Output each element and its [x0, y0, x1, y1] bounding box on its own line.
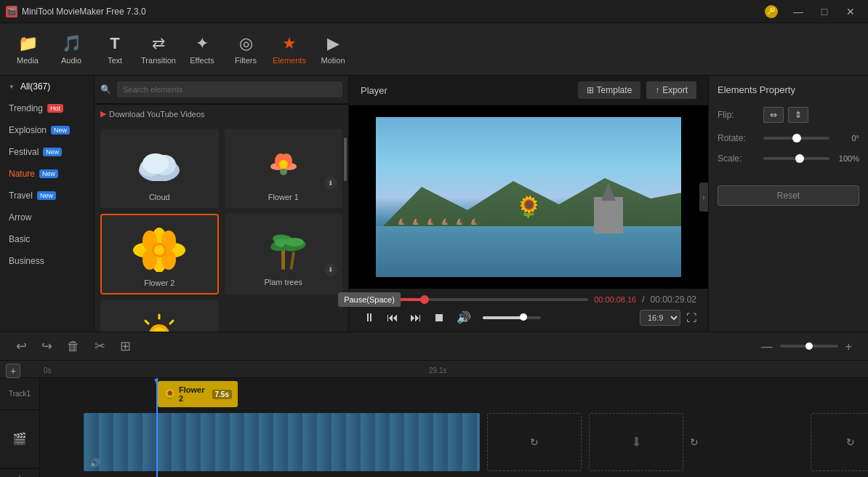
flower-overlay: 🌻: [516, 195, 542, 219]
player-controls: 00:00:08.16 / 00:00:29.02 ⏸ Pause(Space)…: [349, 289, 708, 332]
add-track-bottom-button[interactable]: +: [0, 468, 39, 477]
template-button[interactable]: ⊞ Template: [578, 81, 641, 99]
minimize-button[interactable]: —: [787, 4, 810, 19]
header-buttons: ⊞ Template ↑ Export: [578, 81, 696, 99]
toolbar-elements[interactable]: ★ Elements: [268, 28, 311, 71]
rotate-row: Rotate: 0°: [718, 133, 859, 143]
elements-search-bar: 🔍: [95, 76, 348, 104]
search-icon: 🔍: [100, 84, 111, 95]
cut-button[interactable]: ✂: [90, 335, 110, 357]
empty-slot-2[interactable]: ⬇: [589, 413, 683, 471]
skip-forward-button[interactable]: ⏭: [407, 310, 425, 326]
svg-point-10: [279, 160, 288, 169]
rotate-control: 0°: [763, 134, 859, 143]
close-button[interactable]: ✕: [839, 4, 862, 19]
rotate-label: Rotate:: [718, 133, 758, 143]
progress-fill: [361, 298, 425, 301]
zoom-controls: — +: [757, 336, 856, 357]
svg-point-3: [142, 153, 169, 174]
video-track[interactable]: 🔊: [84, 413, 480, 471]
element-card-flower1[interactable]: Flower 1 ⬇: [225, 129, 343, 208]
element-card-cloud[interactable]: Cloud: [100, 129, 219, 208]
download-youtube-button[interactable]: ▶ Download YouTube Videos: [95, 104, 348, 123]
flower1-download-icon: ⬇: [324, 177, 337, 190]
playback-controls: ⏸ Pause(Space) ⏮ ⏭ ⏹ 🔊: [361, 309, 696, 326]
audio-icon: 🎵: [62, 34, 81, 53]
volume-slider[interactable]: [483, 316, 541, 319]
flip-horizontal-button[interactable]: ⇔: [763, 107, 784, 123]
category-all[interactable]: All(367): [0, 76, 94, 97]
undo-icon: ↩: [16, 339, 27, 353]
toolbar-transition[interactable]: ⇄ Transition: [137, 28, 180, 71]
reset-button[interactable]: Reset: [718, 185, 859, 206]
progress-thumb[interactable]: [420, 295, 429, 304]
sidebar-item-travel[interactable]: Travel New: [0, 185, 94, 207]
element-clip-icon: 🌻: [164, 388, 176, 400]
track-labels: Track1 🎬 +: [0, 378, 40, 477]
time-mark-0s: 0s: [44, 366, 52, 374]
loop-icon-3: ↻: [846, 436, 855, 448]
svg-rect-22: [289, 252, 294, 270]
delete-button[interactable]: 🗑: [63, 336, 84, 357]
sidebar-item-trending[interactable]: Trending Hot: [0, 97, 94, 119]
track1-element-label: Track1: [0, 378, 39, 410]
sidebar-item-explosion[interactable]: Explosion New: [0, 119, 94, 141]
element-clip-duration: 7.5s: [212, 390, 232, 399]
fullscreen-button[interactable]: ⛶: [686, 312, 696, 324]
crop-button[interactable]: ⊞: [116, 335, 135, 357]
volume-thumb[interactable]: [520, 313, 527, 321]
panel-collapse-button[interactable]: ›: [699, 183, 708, 212]
element-card-plamtrees[interactable]: Plam trees ⬇: [225, 214, 343, 294]
element-card-flower2[interactable]: Flower 2: [100, 214, 219, 294]
sidebar-item-festival[interactable]: Festival New: [0, 141, 94, 163]
elements-scrollbar[interactable]: [344, 137, 347, 181]
rotate-thumb[interactable]: [792, 134, 801, 143]
toolbar-media[interactable]: 📁 Media: [6, 28, 49, 71]
element-clip[interactable]: 🌻 Flower 2 7.5s: [158, 381, 238, 407]
add-track-button[interactable]: +: [6, 364, 20, 378]
sidebar-item-arrow[interactable]: Arrow: [0, 207, 94, 228]
redo-icon: ↪: [41, 339, 52, 353]
toolbar-motion[interactable]: ▶ Motion: [311, 28, 355, 71]
explosion-badge: New: [51, 126, 70, 135]
playhead[interactable]: [156, 378, 158, 477]
scale-slider[interactable]: [763, 157, 829, 160]
stop-button[interactable]: ⏹: [430, 310, 448, 326]
scale-thumb[interactable]: [795, 154, 804, 163]
zoom-thumb[interactable]: [805, 342, 813, 350]
export-button[interactable]: ↑ Export: [646, 81, 696, 99]
aspect-ratio-select[interactable]: 16:9 9:16 4:3 1:1: [640, 310, 680, 326]
undo-button[interactable]: ↩: [12, 335, 31, 357]
maximize-button[interactable]: □: [813, 4, 836, 19]
flip-vertical-button[interactable]: ⇕: [788, 107, 808, 123]
empty-slot-3[interactable]: ↻: [811, 413, 868, 471]
sidebar-item-nature[interactable]: Nature New: [0, 163, 94, 185]
pause-button[interactable]: ⏸ Pause(Space): [361, 310, 378, 326]
sidebar-item-business[interactable]: Business: [0, 250, 94, 272]
empty-slot-1[interactable]: ↻: [487, 413, 582, 471]
flip-label: Flip:: [718, 110, 758, 120]
toolbar-effects[interactable]: ✦ Effects: [180, 28, 224, 71]
volume-button[interactable]: 🔊: [454, 309, 474, 326]
zoom-out-button[interactable]: —: [757, 336, 777, 357]
video-track-icon: 🎬: [12, 432, 27, 446]
progress-bar[interactable]: [361, 298, 588, 301]
rotate-slider[interactable]: [763, 137, 829, 140]
filters-icon: ◎: [239, 34, 253, 53]
redo-button[interactable]: ↪: [37, 335, 57, 357]
toolbar-filters[interactable]: ◎ Filters: [224, 28, 268, 71]
svg-line-32: [145, 321, 148, 324]
player-title: Player: [361, 85, 387, 96]
toolbar-text[interactable]: T Text: [93, 28, 137, 71]
toolbar-audio[interactable]: 🎵 Audio: [49, 28, 93, 71]
crop-icon: ⊞: [120, 339, 131, 353]
zoom-slider[interactable]: [780, 345, 838, 348]
search-input[interactable]: [117, 81, 342, 97]
zoom-in-button[interactable]: +: [841, 336, 856, 357]
element-card-sun[interactable]: Sun ⬇: [100, 300, 219, 332]
sidebar-item-basic[interactable]: Basic: [0, 228, 94, 250]
volume-icon: 🔊: [457, 311, 471, 324]
timeline-tracks: Track1 🎬 + 🌻 Flower 2 7.5s 🔊: [0, 378, 868, 477]
flower1-thumbnail: [251, 135, 316, 190]
skip-back-button[interactable]: ⏮: [384, 310, 401, 326]
